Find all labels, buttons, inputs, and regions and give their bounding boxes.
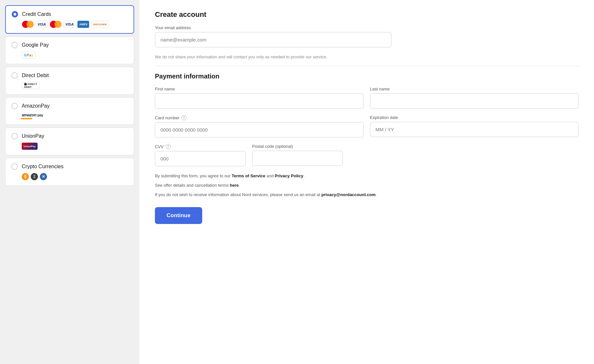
privacy-email-link[interactable]: privacy@nordaccount.com [321, 192, 376, 197]
card-number-input[interactable] [155, 122, 364, 137]
form-panel: Create account Your email address We do … [139, 0, 594, 364]
payment-option-credit-cards[interactable]: Credit Cards VISA VISA AMEX DISCOVER [5, 5, 134, 34]
postal-input[interactable] [252, 151, 343, 166]
unionpay-icon: UnionPay [22, 143, 38, 150]
email-input[interactable] [155, 32, 391, 47]
visa-icon: VISA [36, 21, 48, 28]
crypto-label: Crypto Currencies [22, 164, 64, 170]
continue-button[interactable]: Continue [155, 207, 202, 224]
expiration-input[interactable] [370, 122, 579, 137]
google-pay-logos: GPay [11, 52, 128, 59]
postal-label: Postal code (optional) [252, 144, 343, 149]
first-name-group: First name [155, 87, 364, 109]
direct-debit-label: Direct Debit [22, 73, 49, 78]
cvv-group: CVV ? [155, 144, 246, 166]
terms-section: By submitting this form, you agree to ou… [155, 173, 391, 198]
payment-option-amazon-pay[interactable]: AmazonPay amazon pay [5, 97, 134, 125]
union-pay-logos: UnionPay [11, 143, 128, 150]
payment-info-title: Payment information [155, 73, 578, 80]
payment-option-google-pay[interactable]: Google Pay GPay [5, 36, 134, 64]
amex-icon: AMEX [77, 21, 89, 28]
card-row: Card number ? Expiration date [155, 115, 578, 137]
cvv-label: CVV [155, 144, 164, 149]
create-account-title: Create account [155, 10, 578, 19]
terms-here-link[interactable]: here [230, 183, 239, 188]
terms-of-service-link[interactable]: Terms of Service [232, 173, 265, 178]
cvv-postal-row: CVV ? Postal code (optional) [155, 144, 343, 166]
name-row: First name Last name [155, 87, 578, 109]
postal-group: Postal code (optional) [252, 144, 343, 166]
ethereum-icon: Ξ [31, 173, 38, 180]
divider [155, 66, 578, 66]
card-number-group: Card number ? [155, 115, 364, 137]
mastercard2-icon [50, 21, 62, 28]
radio-amazon-pay[interactable] [11, 103, 18, 109]
payment-option-crypto[interactable]: Crypto Currencies ₿ Ξ ✕ [5, 158, 134, 186]
radio-crypto[interactable] [11, 163, 18, 170]
privacy-policy-link[interactable]: Privacy Policy [275, 173, 303, 178]
crypto-logos: ₿ Ξ ✕ [11, 173, 128, 180]
cvv-help-icon[interactable]: ? [166, 144, 171, 149]
credit-card-logos: VISA VISA AMEX DISCOVER [12, 21, 128, 28]
payment-option-union-pay[interactable]: UnionPay UnionPay [5, 127, 134, 155]
payment-option-direct-debit[interactable]: Direct Debit ⬤ DIRECTDEBIT [5, 67, 134, 95]
email-label: Your email address [155, 25, 578, 30]
amazon-pay-label: AmazonPay [22, 103, 50, 109]
terms-line2: See offer details and cancellation terms… [155, 182, 391, 189]
cvv-input[interactable] [155, 151, 246, 166]
expiration-label: Expiration date [370, 115, 579, 120]
last-name-group: Last name [370, 87, 579, 109]
visa2-icon: VISA [64, 21, 76, 28]
payment-methods-panel: Credit Cards VISA VISA AMEX DISCOVER Goo… [0, 0, 139, 364]
amazon-pay-icon: amazon pay [22, 112, 43, 119]
radio-direct-debit[interactable] [11, 72, 18, 79]
last-name-input[interactable] [370, 93, 579, 109]
radio-google-pay[interactable] [11, 42, 18, 48]
direct-debit-logos: ⬤ DIRECTDEBIT [11, 82, 128, 89]
bitcoin-icon: ₿ [22, 173, 29, 180]
discover-icon: DISCOVER [91, 21, 109, 28]
terms-line3: If you do not wish to receive informatio… [155, 192, 391, 198]
first-name-input[interactable] [155, 93, 364, 109]
amazon-pay-logos: amazon pay [11, 112, 128, 119]
radio-union-pay[interactable] [11, 133, 18, 139]
direct-debit-icon: ⬤ DIRECTDEBIT [22, 82, 40, 89]
first-name-label: First name [155, 87, 364, 91]
credit-cards-label: Credit Cards [22, 11, 51, 17]
terms-line1: By submitting this form, you agree to ou… [155, 173, 391, 180]
privacy-note: We do not share your information and wil… [155, 54, 578, 59]
gpay-icon: GPay [22, 52, 36, 59]
card-number-help-icon[interactable]: ? [181, 115, 187, 120]
card-number-label: Card number [155, 115, 180, 120]
last-name-label: Last name [370, 87, 579, 91]
expiration-group: Expiration date [370, 115, 579, 137]
union-pay-label: UnionPay [22, 133, 44, 139]
mastercard-icon [22, 21, 34, 28]
google-pay-label: Google Pay [22, 42, 49, 48]
radio-credit-cards[interactable] [12, 11, 18, 18]
xrp-icon: ✕ [40, 173, 47, 180]
